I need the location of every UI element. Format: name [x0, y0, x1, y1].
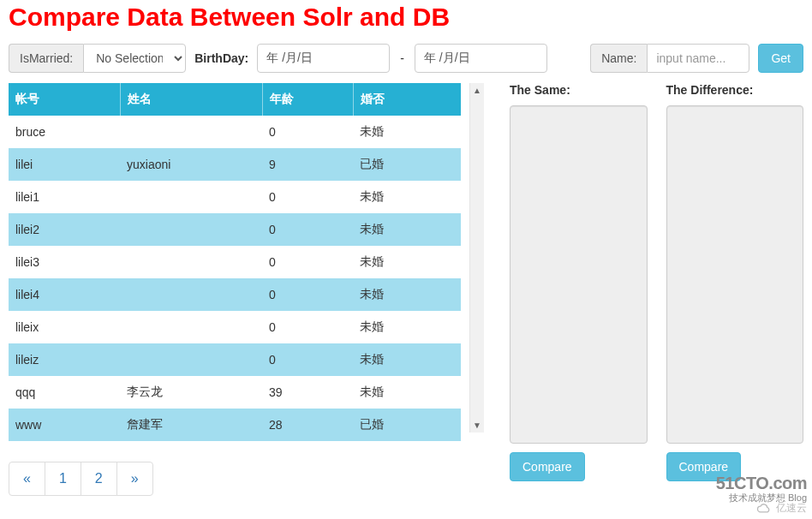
table-cell [120, 116, 262, 148]
table-cell [120, 343, 262, 376]
table-cell: yuxiaoni [120, 148, 262, 181]
toolbar: IsMarried: No Selection BirthDay: - Name… [9, 44, 803, 73]
same-panel: The Same: Compare [510, 83, 648, 481]
table-cell: 未婚 [353, 278, 461, 311]
table-scroll-wrap: 帐号 姓名 年龄 婚否 bruce0未婚lileiyuxiaoni9已婚lile… [9, 83, 484, 441]
table-cell: 未婚 [353, 376, 461, 409]
table-cell: lilei [9, 148, 120, 181]
table-cell: 已婚 [353, 148, 461, 181]
th-account: 帐号 [9, 83, 120, 116]
compare-button-same[interactable]: Compare [510, 452, 585, 481]
date-separator: - [398, 51, 406, 65]
married-select[interactable]: No Selection [83, 44, 186, 73]
pagination: « 1 2 » [9, 462, 153, 496]
scroll-down-icon[interactable]: ▼ [470, 418, 484, 432]
table-cell [120, 311, 262, 343]
scroll-up-icon[interactable]: ▲ [470, 83, 484, 98]
table-cell: 9 [262, 148, 353, 181]
table-cell: 未婚 [353, 343, 461, 376]
name-label: Name: [590, 44, 647, 73]
table-cell: lileiz [9, 343, 120, 376]
table-cell: 已婚 [353, 409, 461, 441]
name-input[interactable] [647, 44, 749, 73]
diff-panel: The Difference: Compare [666, 83, 804, 481]
table-cell: lilei3 [9, 246, 120, 278]
page-title: Compare Data Between Solr and DB [9, 3, 803, 32]
table-cell: 李云龙 [120, 376, 262, 409]
table-cell: 0 [262, 213, 353, 246]
table-cell: 詹建军 [120, 409, 262, 441]
table-cell: 未婚 [353, 311, 461, 343]
table-cell: 未婚 [353, 246, 461, 278]
table-cell: 39 [262, 376, 353, 409]
same-title: The Same: [510, 83, 648, 97]
page-next[interactable]: » [116, 462, 153, 496]
birthday-to[interactable] [415, 44, 547, 73]
table-row[interactable]: qqq李云龙39未婚 [9, 376, 461, 409]
table-row[interactable]: lilei40未婚 [9, 278, 461, 311]
table-row[interactable]: lilei10未婚 [9, 181, 461, 213]
table-cell: 0 [262, 278, 353, 311]
table-row[interactable]: lileix0未婚 [9, 311, 461, 343]
table-cell: 0 [262, 246, 353, 278]
same-textarea[interactable] [510, 105, 648, 444]
married-label: IsMarried: [9, 44, 83, 73]
page-prev[interactable]: « [9, 462, 45, 496]
get-button[interactable]: Get [758, 44, 803, 73]
table-cell: 0 [262, 116, 353, 148]
table-cell: 0 [262, 181, 353, 213]
table-cell [120, 181, 262, 213]
table-row[interactable]: lileiz0未婚 [9, 343, 461, 376]
married-group: IsMarried: No Selection [9, 44, 186, 73]
table-cell: qqq [9, 376, 120, 409]
table-cell: 28 [262, 409, 353, 441]
main-row: 帐号 姓名 年龄 婚否 bruce0未婚lileiyuxiaoni9已婚lile… [9, 83, 803, 496]
th-name: 姓名 [120, 83, 262, 116]
table-cell [120, 278, 262, 311]
table-cell [120, 246, 262, 278]
table-row[interactable]: lilei30未婚 [9, 246, 461, 278]
name-group: Name: [590, 44, 749, 73]
data-table: 帐号 姓名 年龄 婚否 bruce0未婚lileiyuxiaoni9已婚lile… [9, 83, 461, 441]
table-row[interactable]: lilei20未婚 [9, 213, 461, 246]
right-column: The Same: Compare The Difference: Compar… [510, 83, 803, 481]
th-age: 年龄 [262, 83, 353, 116]
watermark-speed: 亿速云 [716, 503, 807, 504]
table-cell: lileix [9, 311, 120, 343]
table-cell: 未婚 [353, 181, 461, 213]
table-cell: 0 [262, 311, 353, 343]
table-row[interactable]: lileiyuxiaoni9已婚 [9, 148, 461, 181]
table-cell: lilei4 [9, 278, 120, 311]
left-column: 帐号 姓名 年龄 婚否 bruce0未婚lileiyuxiaoni9已婚lile… [9, 83, 484, 496]
table-cell: bruce [9, 116, 120, 148]
table-cell: 0 [262, 343, 353, 376]
th-married: 婚否 [353, 83, 461, 116]
table-cell: 未婚 [353, 213, 461, 246]
table-cell: lilei2 [9, 213, 120, 246]
diff-title: The Difference: [666, 83, 804, 97]
table-cell: 未婚 [353, 116, 461, 148]
cloud-icon [755, 503, 773, 504]
diff-textarea[interactable] [666, 105, 804, 444]
scrollbar[interactable]: ▲ ▼ [469, 83, 484, 432]
table-row[interactable]: bruce0未婚 [9, 116, 461, 148]
page-1[interactable]: 1 [45, 462, 81, 496]
page-2[interactable]: 2 [81, 462, 117, 496]
birthday-label: BirthDay: [194, 51, 248, 65]
table-row[interactable]: www詹建军28已婚 [9, 409, 461, 441]
compare-button-diff[interactable]: Compare [666, 452, 742, 481]
birthday-from[interactable] [257, 44, 390, 73]
table-cell [120, 213, 262, 246]
table-cell: www [9, 409, 120, 441]
table-cell: lilei1 [9, 181, 120, 213]
